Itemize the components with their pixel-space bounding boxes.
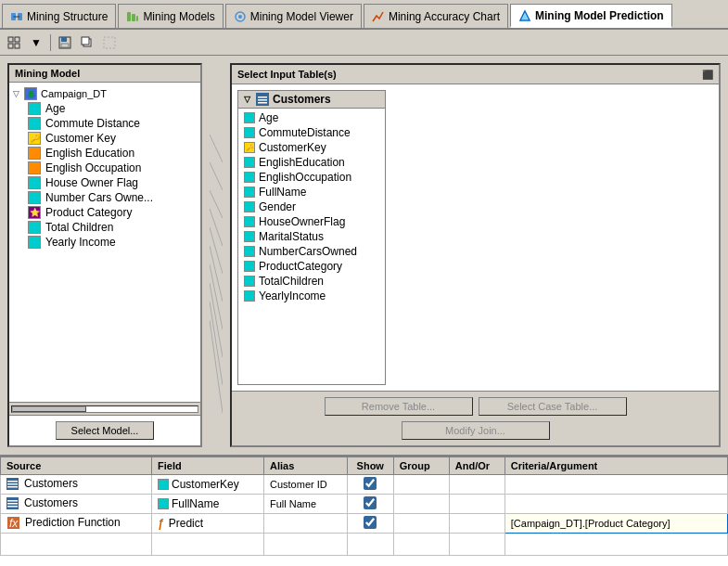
row1-show-checkbox[interactable] xyxy=(364,477,377,490)
field-fullname[interactable]: FullName xyxy=(238,185,385,199)
customers-table-icon xyxy=(256,93,269,106)
tab-mining-model-prediction[interactable]: Mining Model Prediction xyxy=(510,4,672,28)
svg-rect-11 xyxy=(15,37,19,42)
main-area: Mining Model ▽ 🌲 Campaign_DT Age C xyxy=(0,56,728,566)
row1-field: CustomerKey xyxy=(152,475,264,495)
svg-point-7 xyxy=(238,15,242,19)
row3-group xyxy=(393,514,449,534)
customerkey-field-icon: 🔑 xyxy=(28,132,41,145)
root-folder-icon: 🌲 xyxy=(24,87,37,100)
tree-node-total-children[interactable]: Total Children xyxy=(28,220,197,235)
field-customerkey[interactable]: 🔑 CustomerKey xyxy=(238,140,385,155)
field-gender[interactable]: Gender xyxy=(238,199,385,214)
number-cars-icon xyxy=(28,191,41,204)
row3-source-text: Prediction Function xyxy=(25,516,121,529)
svg-rect-16 xyxy=(61,44,69,47)
svg-rect-15 xyxy=(61,37,67,42)
svg-rect-33 xyxy=(258,102,267,104)
tab-mining-model-viewer[interactable]: Mining Model Viewer xyxy=(225,4,362,28)
toolbar-grid-btn[interactable] xyxy=(4,32,24,53)
svg-rect-13 xyxy=(15,44,19,48)
row3-show-checkbox[interactable] xyxy=(364,516,377,529)
field-productcategory[interactable]: ProductCategory xyxy=(238,259,385,274)
fullname-col-icon xyxy=(244,187,255,198)
field-totalchildren[interactable]: TotalChildren xyxy=(238,274,385,289)
field-commutedistance[interactable]: CommuteDistance xyxy=(238,125,385,140)
svg-line-28 xyxy=(210,302,223,385)
maximize-icon[interactable]: ⬛ xyxy=(702,70,713,80)
totalchildren-field-name: TotalChildren xyxy=(259,275,324,288)
toolbar-dropdown-btn[interactable]: ▼ xyxy=(26,32,46,53)
tree-node-number-cars[interactable]: Number Cars Owne... xyxy=(28,190,197,205)
remove-table-button[interactable]: Remove Table... xyxy=(325,397,473,416)
field-age[interactable]: Age xyxy=(238,110,385,125)
row2-show-checkbox[interactable] xyxy=(364,496,377,509)
row2-field: FullName xyxy=(152,495,264,514)
empty-show xyxy=(347,534,393,556)
tree-node-house-owner[interactable]: House Owner Flag xyxy=(28,175,197,190)
field-yearlyincome[interactable]: YearlyIncome xyxy=(238,289,385,303)
yearly-income-icon xyxy=(28,236,41,249)
field-englishoccupation[interactable]: EnglishOccupation xyxy=(238,170,385,185)
commute-col-icon xyxy=(244,127,255,138)
row1-field-icon xyxy=(158,479,169,490)
tree-node-yearly-income[interactable]: Yearly Income xyxy=(28,235,197,250)
row2-source-icon xyxy=(6,497,19,509)
commute-field-name: CommuteDistance xyxy=(259,126,351,139)
select-model-button[interactable]: Select Model... xyxy=(56,421,155,440)
row1-andor xyxy=(449,475,504,495)
tree-node-customerkey[interactable]: 🔑 Customer Key xyxy=(28,131,197,146)
col-header-alias: Alias xyxy=(263,457,347,475)
tree-root-node[interactable]: ▽ 🌲 Campaign_DT xyxy=(13,86,197,101)
svg-line-21 xyxy=(210,162,223,190)
tab-mining-models[interactable]: Mining Models xyxy=(118,4,223,28)
tab-mining-model-viewer-label: Mining Model Viewer xyxy=(250,10,353,23)
toolbar-separator-1 xyxy=(50,34,51,51)
mining-accuracy-chart-icon xyxy=(372,10,385,23)
customers-table-name: Customers xyxy=(273,93,331,106)
row2-source: Customers xyxy=(1,495,152,514)
tables-area[interactable]: ▽ Customers Age CommuteDista xyxy=(232,84,719,391)
col-header-show: Show xyxy=(347,457,393,475)
field-englisheducation[interactable]: EnglishEducation xyxy=(238,155,385,170)
svg-rect-35 xyxy=(7,481,18,482)
toolbar-copy-btn[interactable] xyxy=(77,32,97,53)
toolbar-save-btn[interactable] xyxy=(55,32,75,53)
english-occ-icon xyxy=(28,161,41,174)
modify-join-button[interactable]: Modify Join... xyxy=(402,421,550,440)
tree-node-product-cat[interactable]: ⭐ Product Category xyxy=(28,205,197,220)
select-case-table-button[interactable]: Select Case Table... xyxy=(479,397,627,416)
totalchildren-col-icon xyxy=(244,276,255,287)
tree-node-commute[interactable]: Commute Distance xyxy=(28,116,197,131)
house-owner-icon xyxy=(28,176,41,189)
svg-rect-40 xyxy=(7,503,18,505)
input-panel-title: Select Input Table(s) xyxy=(237,69,337,80)
field-maritalstatus[interactable]: MaritalStatus xyxy=(238,229,385,244)
tree-node-english-edu[interactable]: English Education xyxy=(28,146,197,161)
customerkey-field-name: CustomerKey xyxy=(259,141,326,154)
tab-mining-structure[interactable]: Mining Structure xyxy=(2,4,116,28)
col-header-criteria: Criteria/Argument xyxy=(504,457,727,475)
collapse-icon[interactable]: ▽ xyxy=(244,95,250,104)
mining-model-viewer-icon xyxy=(234,10,247,23)
input-panel-buttons: Remove Table... Select Case Table... Mod… xyxy=(232,391,719,445)
svg-rect-5 xyxy=(136,16,138,21)
englishocc-field-name: EnglishOccupation xyxy=(259,171,351,184)
product-cat-label: Product Category xyxy=(45,206,132,219)
tree-children: Age Commute Distance 🔑 Customer Key Engl… xyxy=(13,101,197,250)
row1-show-cell xyxy=(347,475,393,495)
field-houseownerflag[interactable]: HouseOwnerFlag xyxy=(238,214,385,229)
table-row: Customers FullName Full Name xyxy=(1,495,728,514)
tab-mining-accuracy-chart[interactable]: Mining Accuracy Chart xyxy=(364,4,508,28)
gender-col-icon xyxy=(244,201,255,212)
english-edu-label: English Education xyxy=(45,147,134,160)
field-numbercarsowned[interactable]: NumberCarsOwned xyxy=(238,244,385,259)
table-row-empty xyxy=(1,534,728,556)
english-edu-icon xyxy=(28,147,41,160)
tree-node-english-occ[interactable]: English Occupation xyxy=(28,161,197,175)
row2-source-text: Customers xyxy=(24,496,78,509)
tree-node-age[interactable]: Age xyxy=(28,101,197,116)
mining-model-tree[interactable]: ▽ 🌲 Campaign_DT Age Commute Distance xyxy=(9,83,200,402)
toolbar-extra-btn[interactable] xyxy=(99,32,120,53)
row1-source-icon xyxy=(6,478,19,490)
